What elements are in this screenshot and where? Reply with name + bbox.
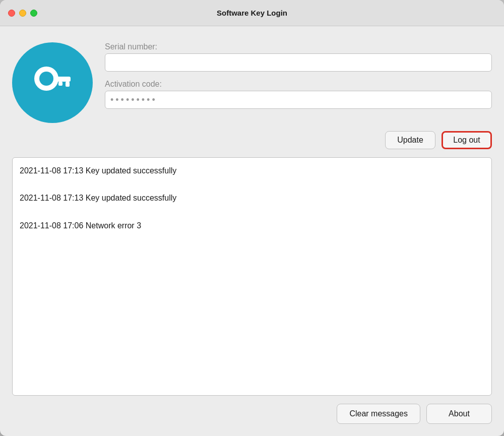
activation-code-label: Activation code:: [105, 80, 492, 89]
serial-number-input[interactable]: [105, 53, 492, 72]
bottom-buttons: Clear messages About: [12, 404, 492, 426]
title-bar: Software Key Login: [0, 0, 504, 26]
maximize-button[interactable]: [30, 10, 37, 17]
activation-code-input[interactable]: [105, 91, 492, 109]
form-section: Serial number: Activation code:: [105, 38, 492, 113]
activation-code-group: Activation code:: [105, 80, 492, 109]
window-title: Software Key Login: [217, 9, 287, 17]
logout-button[interactable]: Log out: [442, 131, 492, 149]
svg-rect-3: [66, 82, 70, 87]
about-button[interactable]: About: [426, 404, 492, 424]
key-icon: [27, 57, 78, 108]
svg-rect-2: [55, 77, 71, 82]
serial-number-group: Serial number:: [105, 42, 492, 72]
serial-number-label: Serial number:: [105, 42, 492, 51]
close-button[interactable]: [8, 10, 15, 17]
svg-rect-4: [58, 82, 62, 86]
action-buttons: Update Log out: [12, 131, 492, 149]
key-icon-circle: [12, 42, 93, 123]
clear-messages-button[interactable]: Clear messages: [337, 404, 420, 424]
traffic-lights: [8, 10, 37, 17]
top-section: Serial number: Activation code:: [12, 38, 492, 123]
message-line: 2021-11-08 17:13 Key updated successfull…: [20, 164, 484, 177]
svg-point-1: [39, 72, 53, 86]
message-line: 2021-11-08 17:06 Network error 3: [20, 219, 484, 232]
message-line: 2021-11-08 17:13 Key updated successfull…: [20, 191, 484, 205]
update-button[interactable]: Update: [385, 131, 435, 149]
main-content: Serial number: Activation code: Update L…: [0, 26, 504, 436]
app-window: Software Key Login: [0, 0, 504, 436]
messages-area: 2021-11-08 17:13 Key updated successfull…: [12, 157, 492, 396]
minimize-button[interactable]: [19, 10, 26, 17]
